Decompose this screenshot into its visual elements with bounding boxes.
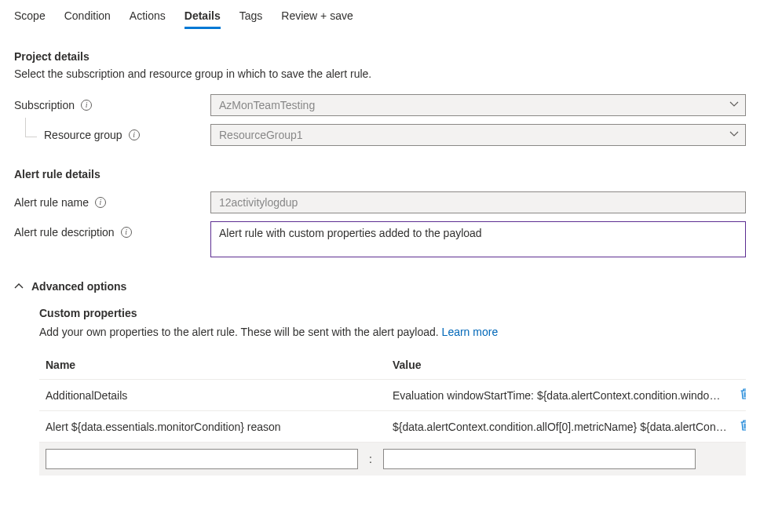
info-icon[interactable]: i <box>81 100 92 111</box>
delete-icon[interactable] <box>740 419 746 432</box>
tab-tags[interactable]: Tags <box>239 6 263 28</box>
column-header-actions <box>733 351 746 380</box>
subscription-value: AzMonTeamTesting <box>219 99 315 111</box>
chevron-up-icon <box>14 282 24 291</box>
column-header-name: Name <box>39 351 386 380</box>
separator: : <box>364 443 377 476</box>
chevron-down-icon <box>729 129 739 139</box>
tab-review-save[interactable]: Review + save <box>281 6 353 28</box>
tab-scope[interactable]: Scope <box>14 6 46 28</box>
custom-properties-desc: Add your own properties to the alert rul… <box>39 326 746 338</box>
tab-actions[interactable]: Actions <box>130 6 166 28</box>
alert-rule-details-heading: Alert rule details <box>14 168 746 180</box>
advanced-options-toggle[interactable]: Advanced options <box>14 280 746 293</box>
chevron-down-icon <box>729 100 739 109</box>
new-property-row: : <box>39 443 746 476</box>
alert-rule-description-label: Alert rule description <box>14 226 115 239</box>
custom-prop-value: ${data.alertContext.condition.allOf[0].m… <box>386 411 733 443</box>
learn-more-link[interactable]: Learn more <box>442 326 499 338</box>
new-property-name-input[interactable] <box>46 449 358 469</box>
column-header-value: Value <box>386 351 733 380</box>
info-icon[interactable]: i <box>95 197 106 208</box>
new-property-value-input[interactable] <box>383 449 696 469</box>
custom-prop-value: Evaluation windowStartTime: ${data.alert… <box>386 380 733 411</box>
resource-group-value: ResourceGroup1 <box>219 129 303 141</box>
tab-details[interactable]: Details <box>185 6 221 28</box>
custom-properties-table: Name Value AdditionalDetails Evaluation … <box>39 351 746 443</box>
subscription-label: Subscription <box>14 99 75 111</box>
advanced-options-label: Advanced options <box>31 280 126 293</box>
info-icon[interactable]: i <box>129 129 140 140</box>
project-details-subtext: Select the subscription and resource gro… <box>14 67 746 80</box>
custom-prop-name: AdditionalDetails <box>39 380 386 411</box>
custom-properties-heading: Custom properties <box>39 307 746 319</box>
subscription-dropdown[interactable]: AzMonTeamTesting <box>210 94 746 116</box>
alert-rule-name-label: Alert rule name <box>14 196 89 209</box>
resource-group-label: Resource group <box>44 129 122 141</box>
custom-prop-name: Alert ${data.essentials.monitorCondition… <box>39 411 386 443</box>
resource-group-dropdown[interactable]: ResourceGroup1 <box>210 124 746 146</box>
alert-rule-name-input[interactable]: 12activitylogdup <box>210 191 746 213</box>
alert-rule-name-value: 12activitylogdup <box>219 196 298 209</box>
tab-strip: Scope Condition Actions Details Tags Rev… <box>14 0 746 28</box>
table-row: AdditionalDetails Evaluation windowStart… <box>39 380 746 411</box>
tab-condition[interactable]: Condition <box>64 6 111 28</box>
info-icon[interactable]: i <box>121 227 132 238</box>
delete-icon[interactable] <box>740 388 746 400</box>
table-row: Alert ${data.essentials.monitorCondition… <box>39 411 746 443</box>
alert-rule-description-input[interactable] <box>210 221 746 257</box>
project-details-heading: Project details <box>14 50 746 63</box>
custom-properties-desc-text: Add your own properties to the alert rul… <box>39 326 442 338</box>
